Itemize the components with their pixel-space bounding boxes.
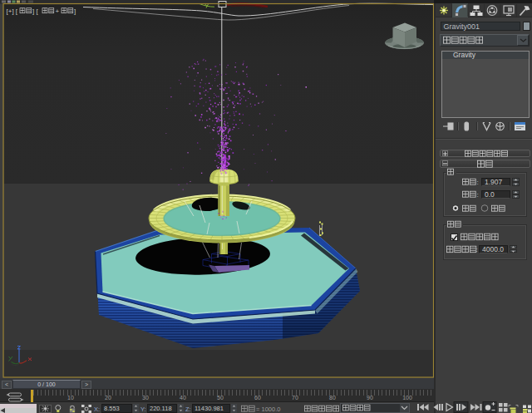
svg-text:+: + [56, 7, 60, 15]
svg-text:[+] [: [+] [ [7, 7, 18, 15]
svg-text:]: ] [74, 7, 76, 15]
svg-text:] [: ] [ [32, 7, 38, 15]
